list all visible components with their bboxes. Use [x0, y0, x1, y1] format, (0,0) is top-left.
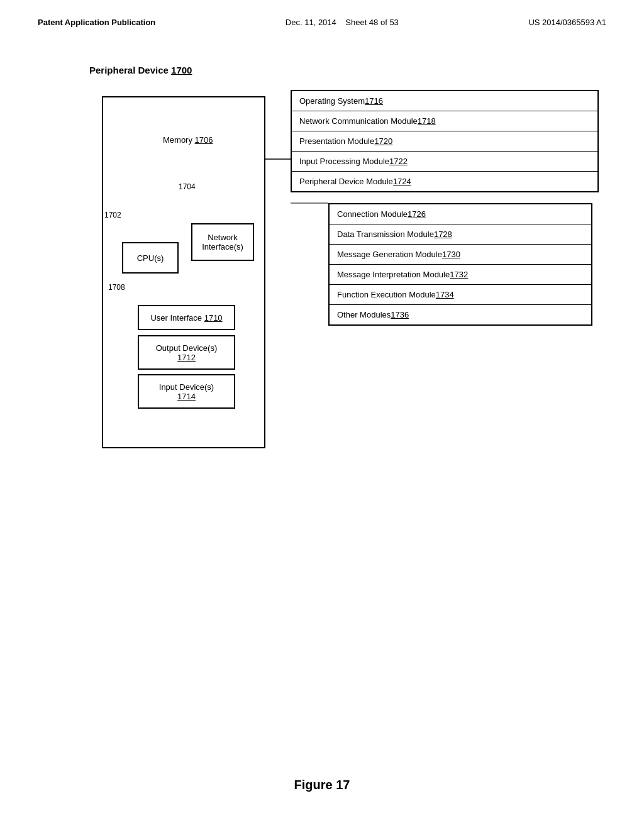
sub-row-1: Data Transmission Module 1728	[330, 224, 591, 245]
memory-block: Operating System 1716Network Communicati…	[291, 90, 599, 192]
cpu-box: CPU(s)	[122, 242, 179, 274]
label-1702: 1702	[104, 211, 121, 219]
sub-block: Connection Module 1726Data Transmission …	[328, 203, 592, 326]
memory-row-0: Operating System 1716	[292, 91, 597, 111]
sub-row-5: Other Modules 1736	[330, 305, 591, 324]
memory-row-4: Peripheral Device Module 1724	[292, 172, 597, 191]
sub-row-0: Connection Module 1726	[330, 204, 591, 224]
header-patent-number: US 2014/0365593 A1	[528, 18, 606, 27]
user-interface-box: User Interface 1710	[138, 305, 235, 330]
memory-row-2: Presentation Module 1720	[292, 131, 597, 152]
memory-label: Memory 1706	[163, 135, 213, 145]
sub-row-2: Message Generation Module 1730	[330, 245, 591, 265]
header: Patent Application Publication Dec. 11, …	[0, 0, 644, 27]
outer-hardware-box: 1702 CPU(s) Network Interface(s) 1704 Me…	[102, 96, 265, 448]
network-interface-box: Network Interface(s)	[191, 223, 254, 261]
figure-caption: Figure 17	[0, 778, 644, 792]
memory-row-3: Input Processing Module 1722	[292, 152, 597, 172]
peripheral-device-label: Peripheral Device 1700	[89, 65, 192, 75]
input-device-box: Input Device(s) 1714	[138, 374, 235, 409]
header-publisher: Patent Application Publication	[38, 18, 155, 27]
page: Patent Application Publication Dec. 11, …	[0, 0, 644, 830]
memory-row-1: Network Communication Module 1718	[292, 111, 597, 131]
sub-row-4: Function Execution Module 1734	[330, 285, 591, 305]
header-date: Dec. 11, 2014	[286, 18, 336, 27]
sub-row-3: Message Interpretation Module 1732	[330, 265, 591, 285]
label-1704: 1704	[179, 182, 196, 191]
output-device-box: Output Device(s) 1712	[138, 335, 235, 370]
diagram-area: Peripheral Device 1700 1702 CPU(s) Netwo…	[89, 65, 630, 492]
header-date-sheet: Dec. 11, 2014 Sheet 48 of 53	[286, 18, 399, 27]
header-sheet: Sheet 48 of 53	[345, 18, 399, 27]
label-1708: 1708	[108, 283, 125, 292]
